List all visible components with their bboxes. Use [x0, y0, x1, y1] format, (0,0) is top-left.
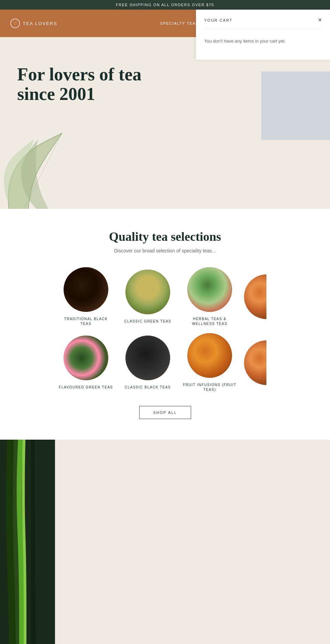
banner-text: FREE SHIPPING ON ALL ORDERS OVER $70 — [116, 3, 214, 7]
logo-icon: ♡ — [10, 19, 20, 28]
shop-all-button[interactable]: SHOP ALL — [139, 406, 191, 419]
tea-name-fruit-infusions: FRUIT INFUSIONS (FRUIT TEAS) — [182, 383, 237, 392]
hero-image — [261, 71, 330, 140]
bottom-left-image — [0, 440, 55, 644]
tea-circle-traditional-black — [64, 267, 108, 312]
cart-header: YOUR CART × — [204, 16, 322, 30]
bottom-section — [0, 440, 330, 644]
tea-name-herbal: HERBAL TEAS & WELLNESS TEAS — [182, 317, 237, 326]
leaf-decoration — [0, 113, 69, 209]
top-banner: FREE SHIPPING ON ALL ORDERS OVER $70 — [0, 0, 330, 10]
tea-item-classic-black[interactable]: CLASSIC BLACK TEAS — [120, 336, 175, 390]
tea-name-classic-black: CLASSIC BLACK TEAS — [120, 385, 175, 390]
tea-circle-herbal — [187, 267, 232, 312]
tea-item-partial-1[interactable] — [244, 274, 272, 319]
shop-all-container: SHOP ALL — [7, 406, 323, 426]
cart-title: YOUR CART — [204, 18, 233, 22]
logo-text: TEA LOVERS — [23, 21, 57, 26]
tea-item-traditional-black[interactable]: TRADITIONAL BLACK TEAS — [58, 267, 113, 326]
tea-row-1: TRADITIONAL BLACK TEAS CLASSIC GREEN TEA… — [7, 267, 323, 326]
tea-circle-classic-green — [125, 270, 170, 314]
tea-name-flavoured-green: FLAVOURED GREEN TEAS — [58, 385, 113, 390]
tea-circle-classic-black — [125, 336, 170, 380]
tea-row-2: FLAVOURED GREEN TEAS CLASSIC BLACK TEAS … — [7, 333, 323, 392]
hero-title: For lovers of tea since 2001 — [17, 65, 179, 104]
nav-specialty-tea[interactable]: SPECIALTY TEA ▾ — [160, 21, 199, 25]
tea-item-herbal[interactable]: HERBAL TEAS & WELLNESS TEAS — [182, 267, 237, 326]
logo[interactable]: ♡ TEA LOVERS — [10, 19, 57, 28]
tea-name-classic-green: CLASSIC GREEN TEAS — [120, 319, 175, 324]
tea-selections-section: Quality tea selections Discover our broa… — [0, 209, 330, 440]
tea-circle-flavoured-green — [64, 336, 108, 380]
tea-item-fruit-infusions[interactable]: FRUIT INFUSIONS (FRUIT TEAS) — [182, 333, 237, 392]
tea-item-flavoured-green[interactable]: FLAVOURED GREEN TEAS — [58, 336, 113, 390]
hero-content: For lovers of tea since 2001 — [0, 37, 196, 121]
cart-close-button[interactable]: × — [318, 16, 322, 24]
tea-item-partial-2[interactable] — [244, 340, 272, 385]
cart-panel: YOUR CART × You don't have any items in … — [196, 10, 330, 60]
hero-section: For lovers of tea since 2001 — [0, 37, 330, 209]
bottom-right-content — [55, 440, 330, 644]
tea-section-title: Quality tea selections — [7, 229, 323, 244]
cart-empty-message: You don't have any items in your cart ye… — [204, 30, 322, 53]
tea-name-traditional-black: TRADITIONAL BLACK TEAS — [58, 317, 113, 326]
tea-section-subtitle: Discover our broad selection of speciali… — [7, 248, 323, 253]
tea-item-classic-green[interactable]: CLASSIC GREEN TEAS — [120, 270, 175, 324]
tea-circle-fruit-infusions — [187, 333, 232, 378]
